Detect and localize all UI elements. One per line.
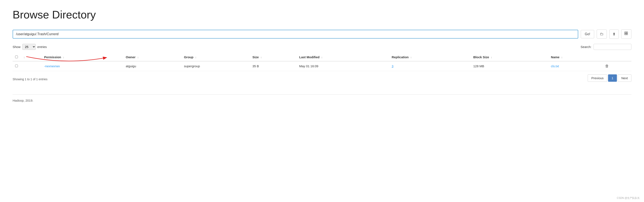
path-bar: Go! 🗀 ⬆ [12, 29, 632, 39]
page-1-button[interactable]: 1 [608, 74, 617, 82]
row-size: 35 B [250, 61, 296, 71]
previous-button[interactable]: Previous [588, 74, 607, 82]
name-link[interactable]: cls.txt [551, 64, 559, 68]
controls-row: Show 25 50 100 entries Search: [12, 44, 632, 50]
table-header-row: ↕ Permission ↕ Owner ↕ Group ↕ Size ↕ [12, 53, 632, 61]
owner-sort-icon: ↕ [137, 56, 138, 59]
table-row: -rwxrwxrwx atguigu supergroup 35 B May 0… [12, 61, 632, 71]
table-button[interactable] [621, 29, 632, 39]
permission-link[interactable]: -rwxrwxrwx [44, 64, 60, 68]
directory-table: ↕ Permission ↕ Owner ↕ Group ↕ Size ↕ [12, 53, 632, 71]
table-icon [624, 32, 628, 36]
header-permission-sort[interactable]: ↕ [21, 53, 42, 61]
header-size[interactable]: Size ↕ [250, 53, 296, 61]
row-checkbox[interactable] [15, 65, 18, 67]
footer: Hadoop, 2019. [12, 94, 632, 102]
row-block-size: 128 MB [471, 61, 548, 71]
header-owner[interactable]: Owner ↕ [123, 53, 182, 61]
page-title: Browse Directory [12, 8, 632, 21]
entries-label: entries [38, 45, 47, 49]
size-sort-icon: ↕ [260, 56, 262, 59]
sort-icon: ↕ [24, 56, 25, 59]
svg-rect-2 [625, 33, 626, 35]
row-owner: atguigu [123, 61, 182, 71]
permission-sort-icon: ↕ [63, 56, 64, 59]
pagination: Previous 1 Next [588, 74, 632, 82]
row-checkbox-cell [12, 61, 21, 71]
upload-icon: ⬆ [612, 32, 616, 36]
header-block-size[interactable]: Block Size ↕ [471, 53, 548, 61]
search-input[interactable] [594, 44, 632, 50]
search-area: Search: [580, 44, 632, 50]
row-last-modified: May 01 16:09 [296, 61, 389, 71]
folder-icon: 🗀 [600, 32, 604, 36]
header-permission[interactable]: Permission ↕ [42, 53, 123, 61]
svg-rect-3 [626, 33, 628, 35]
path-input[interactable] [12, 30, 578, 39]
row-name[interactable]: cls.txt [548, 61, 602, 71]
row-permission[interactable]: -rwxrwxrwx [42, 61, 123, 71]
upload-button[interactable]: ⬆ [609, 29, 619, 39]
select-all-checkbox[interactable] [15, 56, 18, 58]
go-button[interactable]: Go! [581, 30, 594, 38]
replication-sort-icon: ↕ [410, 56, 412, 59]
header-group[interactable]: Group ↕ [182, 53, 250, 61]
show-label: Show [12, 45, 20, 49]
header-name[interactable]: Name ↕ [548, 53, 602, 61]
svg-rect-0 [625, 32, 626, 33]
svg-rect-1 [626, 32, 628, 33]
replication-link[interactable]: 3 [392, 64, 393, 68]
delete-icon[interactable]: 🗑 [605, 64, 609, 68]
row-replication[interactable]: 3 [389, 61, 470, 71]
search-label: Search: [580, 45, 592, 49]
header-replication[interactable]: Replication ↕ [389, 53, 470, 61]
next-button[interactable]: Next [618, 74, 632, 82]
showing-text: Showing 1 to 1 of 1 entries [12, 78, 48, 81]
last-modified-sort-icon: ↕ [321, 56, 322, 59]
group-sort-icon: ↕ [195, 56, 196, 59]
entries-select[interactable]: 25 50 100 [22, 44, 36, 50]
show-entries: Show 25 50 100 entries [12, 44, 47, 50]
row-group: supergroup [182, 61, 250, 71]
header-actions [602, 53, 632, 61]
block-size-sort-icon: ↕ [491, 56, 492, 59]
folder-button[interactable]: 🗀 [597, 29, 607, 39]
name-sort-icon: ↕ [561, 56, 562, 59]
row-sort-cell [21, 61, 42, 71]
footer-text: Hadoop, 2019. [12, 99, 33, 102]
row-delete-cell[interactable]: 🗑 [602, 61, 632, 71]
header-last-modified[interactable]: Last Modified ↕ [296, 53, 389, 61]
header-checkbox [12, 53, 21, 61]
